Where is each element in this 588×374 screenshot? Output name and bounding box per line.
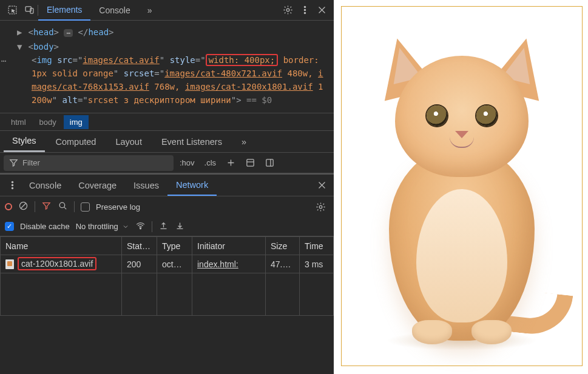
inspect-icon[interactable] [4, 2, 21, 19]
tabs-overflow[interactable]: » [139, 1, 161, 20]
col-status[interactable]: Stat… [122, 237, 157, 255]
svg-point-6 [304, 12, 305, 13]
cat-image [359, 25, 565, 347]
network-table[interactable]: Name Stat… Type Initiator Size Time cat-… [0, 236, 334, 316]
drawer-tab-network[interactable]: Network [167, 175, 217, 196]
table-row[interactable]: cat-1200x1801.avif 200 oct… index.html: … [1, 255, 334, 273]
new-style-rule-icon[interactable] [222, 155, 239, 172]
search-icon[interactable] [58, 201, 68, 213]
toggle-pane-icon[interactable] [261, 155, 278, 172]
dollar-zero: == $0 [246, 95, 272, 105]
svg-rect-7 [246, 159, 253, 166]
selected-img-node[interactable]: <img src="images/cat.avif" style="width:… [11, 53, 328, 107]
breadcrumb: html body img [0, 113, 334, 131]
svg-point-9 [12, 181, 13, 182]
styles-tabs-overflow[interactable]: » [233, 132, 255, 152]
devtools-panel: Elements Console » ▶ <head> ⋯ </head> ▼ … [0, 0, 334, 374]
chevron-down-icon [122, 223, 129, 230]
cls-toggle[interactable]: .cls [201, 158, 220, 167]
drawer-tab-coverage[interactable]: Coverage [70, 176, 125, 195]
disable-cache-checkbox[interactable]: ✓ [5, 222, 14, 231]
page-preview [341, 6, 583, 366]
record-button[interactable] [5, 203, 12, 210]
svg-point-14 [319, 205, 322, 209]
col-size[interactable]: Size [266, 237, 300, 255]
drawer-close-icon[interactable] [313, 177, 330, 194]
network-controls-row: Preserve log [0, 196, 334, 217]
throttling-select[interactable]: No throttling [76, 222, 129, 231]
upload-icon[interactable] [158, 221, 169, 233]
svg-rect-8 [266, 159, 272, 166]
crumb-html[interactable]: html [5, 115, 32, 129]
tab-event-listeners[interactable]: Event Listeners [153, 132, 231, 152]
kebab-icon[interactable] [296, 2, 313, 19]
tab-console[interactable]: Console [90, 1, 138, 20]
file-icon [5, 259, 14, 269]
col-name[interactable]: Name [1, 237, 122, 255]
drawer-kebab-icon[interactable] [4, 177, 21, 194]
network-gear-icon[interactable] [312, 198, 329, 215]
filename-highlight: cat-1200x1801.avif [18, 257, 96, 270]
funnel-icon [8, 158, 19, 168]
gear-icon[interactable] [279, 2, 296, 19]
devtools-topbar: Elements Console » [0, 0, 334, 21]
drawer-tab-issues[interactable]: Issues [125, 176, 167, 195]
dom-tree[interactable]: ▶ <head> ⋯ </head> ▼ <body> ⋯ <img src="… [0, 21, 334, 113]
tab-elements[interactable]: Elements [38, 0, 90, 21]
col-initiator[interactable]: Initiator [192, 237, 266, 255]
svg-point-15 [140, 227, 141, 229]
svg-point-4 [304, 6, 305, 7]
filter-icon[interactable] [41, 201, 52, 213]
svg-point-11 [12, 187, 13, 189]
crumb-body[interactable]: body [33, 115, 63, 129]
device-toggle-icon[interactable] [21, 2, 38, 19]
clear-icon[interactable] [18, 201, 29, 213]
svg-point-10 [12, 184, 13, 185]
col-time[interactable]: Time [300, 237, 334, 255]
styles-filter-input[interactable]: Filter [4, 155, 174, 171]
col-type[interactable]: Type [157, 237, 192, 255]
svg-point-13 [59, 202, 65, 208]
preserve-log-label: Preserve log [96, 202, 140, 212]
wifi-icon[interactable] [135, 221, 146, 233]
preserve-log-checkbox[interactable] [81, 202, 90, 212]
styles-filter-row: Filter :hov .cls [0, 153, 334, 173]
tab-styles[interactable]: Styles [4, 131, 45, 152]
download-icon[interactable] [175, 221, 185, 233]
collapsed-node[interactable]: ⋯ [64, 29, 73, 37]
crumb-img[interactable]: img [64, 115, 89, 129]
tab-computed[interactable]: Computed [47, 132, 105, 152]
hov-toggle[interactable]: :hov [176, 158, 198, 167]
disable-cache-label: Disable cache [20, 222, 70, 231]
width-highlight: width: 400px; [206, 54, 279, 66]
drawer-panel: Console Coverage Issues Network Preserve… [0, 173, 334, 316]
styles-tabbar: Styles Computed Layout Event Listeners » [0, 131, 334, 153]
computed-sidebar-icon[interactable] [242, 155, 259, 172]
tab-layout[interactable]: Layout [107, 132, 150, 152]
close-icon[interactable] [313, 2, 330, 19]
svg-point-3 [286, 8, 289, 12]
svg-point-5 [304, 9, 305, 10]
drawer-tab-console[interactable]: Console [21, 176, 70, 195]
